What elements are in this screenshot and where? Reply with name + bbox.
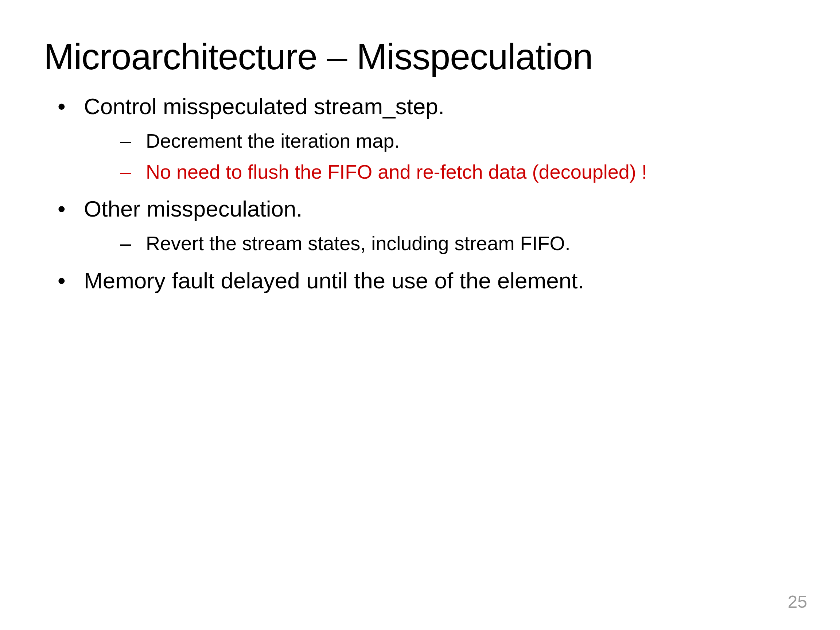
list-item: Decrement the iteration map. [84, 128, 796, 154]
bullet-text: Memory fault delayed until the use of th… [84, 268, 584, 293]
list-item: Other misspeculation. Revert the stream … [44, 194, 796, 257]
bullet-text: Control misspeculated stream_step. [84, 94, 444, 119]
bullet-text: Revert the stream states, including stre… [146, 232, 570, 254]
bullet-text: No need to flush the FIFO and re-fetch d… [146, 161, 647, 183]
bullet-list: Control misspeculated stream_step. Decre… [44, 91, 796, 296]
sub-list: Revert the stream states, including stre… [84, 230, 796, 257]
list-item: No need to flush the FIFO and re-fetch d… [84, 159, 796, 185]
page-number: 25 [788, 592, 807, 612]
bullet-text: Other misspeculation. [84, 196, 303, 221]
list-item: Revert the stream states, including stre… [84, 230, 796, 257]
slide-title: Microarchitecture – Misspeculation [44, 36, 796, 77]
sub-list: Decrement the iteration map. No need to … [84, 128, 796, 185]
bullet-text: Decrement the iteration map. [146, 130, 399, 152]
slide: Microarchitecture – Misspeculation Contr… [0, 0, 840, 630]
list-item: Memory fault delayed until the use of th… [44, 265, 796, 296]
list-item: Control misspeculated stream_step. Decre… [44, 91, 796, 185]
